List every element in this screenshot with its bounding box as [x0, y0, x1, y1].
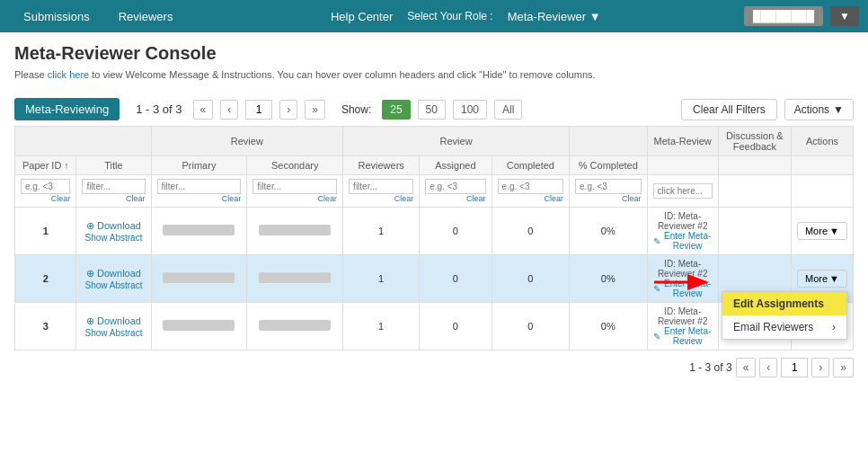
clear-assigned[interactable]: Clear — [425, 194, 485, 203]
user-menu-button[interactable]: ▼ — [830, 6, 859, 26]
clear-primary[interactable]: Clear — [157, 194, 242, 203]
filter-secondary-input[interactable] — [252, 179, 337, 194]
nav-help-center[interactable]: Help Center — [331, 10, 393, 23]
primary-cell — [151, 208, 247, 255]
nav-role-selector[interactable]: Meta-Reviewer ▼ — [508, 10, 601, 23]
show-abstract-link[interactable]: Show Abstract — [85, 280, 143, 290]
col-title[interactable]: Title — [76, 156, 151, 175]
page-input[interactable] — [245, 100, 272, 120]
clear-title[interactable]: Clear — [82, 194, 145, 203]
filter-title-input[interactable] — [82, 179, 145, 194]
col-primary[interactable]: Primary — [151, 156, 247, 175]
filter-row: Clear Clear Clear Clear Clear — [15, 175, 854, 208]
show-50-button[interactable]: 50 — [418, 100, 446, 120]
bottom-pagination: 1 - 3 of 3 « ‹ › » — [0, 350, 868, 385]
reviewers-cell: 1 — [343, 303, 420, 350]
filter-assigned-input[interactable] — [425, 179, 485, 194]
filter-meta-review-input[interactable] — [653, 183, 713, 199]
filter-reviewers-input[interactable] — [349, 179, 413, 194]
prev-page-button[interactable]: ‹ — [220, 100, 238, 120]
bottom-first-page[interactable]: « — [736, 358, 757, 377]
show-abstract-link[interactable]: Show Abstract — [85, 328, 143, 338]
group-header-empty — [570, 127, 647, 156]
meta-reviewer-id: ID: Meta-Reviewer #2 — [653, 306, 713, 326]
col-actions — [791, 156, 853, 175]
title-cell: ⊕ Download Show Abstract — [76, 208, 151, 255]
main-table: Review Review Meta-Review Discussion & F… — [14, 126, 854, 350]
enter-meta-review-link[interactable]: ✎ Enter Meta-Review — [653, 231, 713, 251]
clear-secondary[interactable]: Clear — [252, 194, 337, 203]
meta-review-cell: ID: Meta-Reviewer #2 ✎ Enter Meta-Review — [647, 303, 718, 350]
filter-completed-input[interactable] — [498, 179, 563, 194]
col-pct-completed[interactable]: % Completed — [570, 156, 647, 175]
primary-cell — [151, 255, 247, 303]
more-button-row1[interactable]: More ▼ — [797, 222, 847, 240]
clear-completed[interactable]: Clear — [498, 194, 563, 203]
filter-secondary: Clear — [247, 175, 343, 208]
download-link[interactable]: ⊕ Download — [82, 268, 145, 279]
col-paper-id[interactable]: Paper ID ↑ — [15, 156, 76, 175]
bottom-last-page[interactable]: » — [833, 358, 854, 377]
bottom-page-input[interactable] — [781, 358, 808, 377]
filter-meta-review — [647, 175, 718, 208]
show-all-button[interactable]: All — [494, 100, 522, 120]
discussion-cell — [718, 208, 791, 255]
next-page-button[interactable]: › — [279, 100, 297, 120]
more-dropdown-menu: Edit Assignments Email Reviewers › — [722, 291, 847, 340]
table-row: 2 ⊕ Download Show Abstract 1 0 0 0% ID: … — [15, 255, 854, 303]
more-button-row2[interactable]: More ▼ — [797, 270, 847, 288]
clear-reviewers[interactable]: Clear — [349, 194, 413, 203]
primary-cell — [151, 303, 247, 350]
filter-completed: Clear — [492, 175, 569, 208]
enter-meta-review-link[interactable]: ✎ Enter Meta-Review — [653, 326, 713, 346]
secondary-cell — [247, 303, 343, 350]
col-reviewers[interactable]: Reviewers — [343, 156, 420, 175]
bottom-prev-page[interactable]: ‹ — [759, 358, 777, 377]
filter-pct-input[interactable] — [575, 179, 641, 194]
user-button[interactable]: ████████ — [744, 6, 823, 26]
col-secondary[interactable]: Secondary — [247, 156, 343, 175]
actions-cell: More ▼ — [791, 208, 853, 255]
col-assigned[interactable]: Assigned — [420, 156, 492, 175]
filter-primary-input[interactable] — [157, 179, 242, 194]
group-header-actions: Actions — [791, 127, 853, 156]
completed-cell: 0 — [492, 255, 569, 303]
clear-filters-button[interactable]: Clear All Filters — [681, 99, 777, 120]
meta-review-cell: ID: Meta-Reviewer #2 ✎ Enter Meta-Review — [647, 208, 718, 255]
bottom-next-page[interactable]: › — [811, 358, 829, 377]
page-subtitle: Please click here to view Welcome Messag… — [14, 69, 854, 80]
filter-paper-id: Clear — [15, 175, 76, 208]
clear-pct[interactable]: Clear — [575, 194, 641, 203]
nav-reviewers[interactable]: Reviewers — [104, 3, 188, 31]
filter-paper-id-input[interactable] — [21, 179, 70, 194]
show-25-button[interactable]: 25 — [382, 100, 410, 120]
show-100-button[interactable]: 100 — [453, 100, 487, 120]
paper-id-cell: 1 — [15, 208, 76, 255]
filter-pct: Clear — [570, 175, 647, 208]
meta-reviewing-tab[interactable]: Meta-Reviewing — [14, 98, 120, 120]
meta-reviewer-id: ID: Meta-Reviewer #2 — [653, 211, 713, 231]
toolbar: Meta-Reviewing 1 - 3 of 3 « ‹ › » Show: … — [0, 93, 868, 126]
show-abstract-link[interactable]: Show Abstract — [85, 233, 143, 243]
download-link[interactable]: ⊕ Download — [82, 315, 145, 327]
actions-button[interactable]: Actions ▼ — [784, 99, 854, 120]
download-link[interactable]: ⊕ Download — [82, 220, 145, 232]
pct-cell: 0% — [570, 208, 647, 255]
filter-actions — [791, 175, 853, 208]
completed-cell: 0 — [492, 303, 569, 350]
subtitle-link[interactable]: click here — [48, 69, 89, 80]
first-page-button[interactable]: « — [193, 100, 214, 120]
title-cell: ⊕ Download Show Abstract — [76, 303, 151, 350]
edit-assignments-item[interactable]: Edit Assignments — [722, 292, 846, 315]
filter-primary: Clear — [151, 175, 247, 208]
nav-submissions[interactable]: Submissions — [9, 3, 104, 31]
col-completed[interactable]: Completed — [492, 156, 569, 175]
last-page-button[interactable]: » — [305, 100, 325, 120]
email-reviewers-item[interactable]: Email Reviewers › — [722, 315, 846, 339]
table-row: 1 ⊕ Download Show Abstract 1 0 0 0% ID: … — [15, 208, 854, 255]
pct-cell: 0% — [570, 255, 647, 303]
filter-reviewers: Clear — [343, 175, 420, 208]
column-group-header-row: Review Review Meta-Review Discussion & F… — [15, 127, 854, 156]
bottom-pagination-info: 1 - 3 of 3 — [689, 361, 731, 374]
clear-paper-id[interactable]: Clear — [21, 194, 70, 203]
